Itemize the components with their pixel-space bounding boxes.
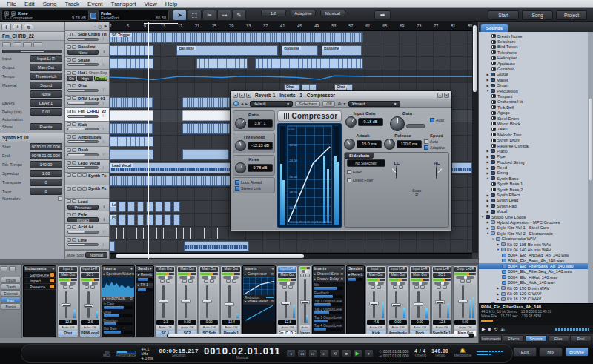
track-volume-slider[interactable]	[67, 231, 99, 234]
gain-knob[interactable]	[390, 116, 405, 131]
tree-item[interactable]: Breath Noise	[479, 33, 593, 39]
mute-button[interactable]	[67, 148, 71, 152]
speed-auto-checkbox[interactable]: Auto	[424, 139, 449, 145]
track-mini-button[interactable]	[2, 42, 11, 47]
tree-item[interactable]: ▶Synth Pad	[479, 203, 593, 208]
speed-adaptive-checkbox[interactable]: Adaptive	[424, 145, 449, 150]
pan-slider[interactable]	[158, 276, 173, 279]
channel-strip-rock[interactable]: Input L+RMain Out0.00Auto: OffRock	[409, 265, 431, 337]
channel-strip-amplitudes[interactable]: Input L+RMain Out0.00Auto: OffAmplitudes	[388, 265, 409, 337]
insert-edit-icon[interactable]: ⊙	[130, 297, 133, 302]
console-view-icon[interactable]	[1, 266, 7, 271]
clip[interactable]	[182, 110, 236, 122]
loop-range[interactable]	[144, 23, 178, 24]
output-route[interactable]: Main Out	[156, 267, 175, 272]
knee-value[interactable]: 9.78 dB	[248, 164, 273, 172]
clip[interactable]	[196, 58, 247, 69]
tree-item[interactable]: Steel Drum	[479, 116, 593, 121]
clip[interactable]: Poly	[110, 214, 117, 225]
tree-item[interactable]: ▼The MPC Lockbox	[479, 302, 593, 303]
console-view-icon[interactable]	[9, 266, 16, 271]
mute-button[interactable]	[67, 238, 71, 242]
output-route[interactable]: Main Out	[59, 273, 77, 278]
look-ahead-checkbox[interactable]: Look Ahead	[235, 179, 273, 185]
return-to-zero-button[interactable]: ◂	[286, 349, 296, 357]
solo-button[interactable]	[72, 96, 76, 100]
tree-item[interactable]: ▶Style Kits Vol 1 - Steel Core	[479, 225, 593, 231]
fader-value[interactable]: -2.3	[156, 320, 175, 325]
track-mini-button[interactable]	[72, 173, 76, 177]
track-lane[interactable]	[110, 70, 472, 84]
automation-mode[interactable]: Auto: Off	[300, 325, 310, 330]
param-slider[interactable]	[314, 311, 343, 314]
threshold-value[interactable]: -12.13 dB	[248, 142, 273, 150]
mixer-bank-external-button[interactable]: External	[1, 290, 21, 297]
tree-item[interactable]: ▶Pipe	[479, 154, 593, 159]
clip[interactable]: Lead	[110, 202, 117, 213]
solo-button[interactable]	[288, 285, 293, 289]
output-route[interactable]: Main Out	[278, 273, 296, 278]
instrument-item[interactable]: ▸Presence	[24, 284, 56, 290]
seconds-display[interactable]: 00:00:15.217Seconds	[159, 348, 199, 358]
fader-handle[interactable]	[84, 304, 93, 308]
channel-strip-vanguard[interactable]: Auto: OffVanguard	[299, 265, 311, 337]
fader-value[interactable]: 0.00	[178, 320, 196, 325]
browse-view-button[interactable]: Browse	[565, 347, 589, 357]
fader-handle[interactable]	[181, 300, 191, 303]
insert-edit-icon[interactable]: ⊙	[271, 300, 274, 305]
track-header[interactable]: Line⌇⌇	[65, 237, 109, 250]
add-insert-button[interactable]: +	[341, 266, 343, 272]
mute-button[interactable]	[204, 279, 208, 283]
channel-strip-kick[interactable]: Input LMain Out-4.6Auto: OffKick	[365, 265, 387, 337]
mute-button[interactable]	[67, 84, 71, 87]
timeline-ruler[interactable]: 1591317212529333741454953576165697377818…	[110, 22, 472, 31]
send-level-slider[interactable]	[348, 278, 362, 281]
collapsed-arrow-icon[interactable]: ▶	[486, 210, 489, 214]
solo-button[interactable]	[72, 84, 76, 87]
channel-strip-reverb-1[interactable]: Main Out-12.4Auto: OffReverb 1	[220, 265, 242, 337]
browser-tab-sounds[interactable]: Sounds	[525, 335, 546, 342]
track-header[interactable]: Synth Fx 01	[65, 185, 109, 198]
track-lane[interactable]	[110, 240, 472, 254]
attack-value[interactable]: 15.0 ms	[357, 140, 382, 148]
collapsed-arrow-icon[interactable]: ▶	[486, 204, 489, 208]
add-insert-button[interactable]: +	[130, 266, 133, 272]
tree-item[interactable]: ▶Hybrid Agression - MPC Grooves	[479, 219, 593, 225]
automation-mode[interactable]: Auto: Off	[59, 325, 77, 330]
mute-button[interactable]	[414, 285, 419, 289]
fader-value[interactable]: 0.00	[389, 320, 408, 325]
tree-item[interactable]: B004_Elc_Kick_140.wav	[479, 280, 593, 285]
tree-item[interactable]: Synth Bass 1	[479, 182, 593, 187]
fader-handle[interactable]	[414, 302, 423, 306]
instrument-dropdown[interactable]: Presence	[67, 205, 99, 210]
track-volume-slider[interactable]	[67, 243, 99, 246]
tree-item[interactable]: Taiko	[479, 127, 593, 132]
browser-tab-instruments[interactable]: Instruments	[480, 335, 502, 342]
track-lane[interactable]: SC Trigger	[110, 31, 472, 44]
fader-zone[interactable]	[200, 284, 219, 320]
automation-mode[interactable]: Auto: Off	[278, 325, 296, 330]
track-volume-slider[interactable]	[67, 140, 99, 143]
channel-strip-sc-1[interactable]: Main Out-2.3Auto: OffSC 1	[155, 265, 176, 337]
performance-meter[interactable]: Performance	[116, 349, 136, 358]
chevron-down-icon[interactable]: ▾	[343, 101, 345, 106]
range-tool[interactable]: ⬚	[188, 10, 202, 21]
mute-button[interactable]	[67, 71, 71, 75]
solo-button[interactable]	[72, 148, 76, 152]
insert-slot[interactable]: ▸ Channel Strip⊙	[313, 272, 345, 277]
track-volume-slider[interactable]	[67, 63, 99, 66]
clip[interactable]	[182, 149, 230, 160]
mute-button[interactable]	[460, 279, 465, 283]
collapsed-arrow-icon[interactable]: ▶	[486, 84, 489, 87]
channel-strip-main-out[interactable]: Outp. L+2R0.00Auto: OffMain Out	[453, 265, 477, 337]
pan-slider[interactable]	[223, 276, 239, 279]
fader-zone[interactable]	[367, 290, 385, 320]
clip[interactable]: Bassline	[176, 45, 278, 56]
channel-strip-sc2[interactable]: Main Out0.00Auto: OffSC2	[176, 265, 198, 337]
track-header[interactable]: Fm_CHRD_22⌇⌇	[65, 108, 109, 121]
param-slider[interactable]	[104, 314, 133, 317]
insert-edit-icon[interactable]: ⊙	[131, 272, 133, 277]
instrument-item[interactable]: ▸Impact	[24, 278, 56, 284]
automation-mode[interactable]: Auto: Off	[81, 325, 99, 330]
collapsed-arrow-icon[interactable]: ▶	[486, 226, 489, 230]
